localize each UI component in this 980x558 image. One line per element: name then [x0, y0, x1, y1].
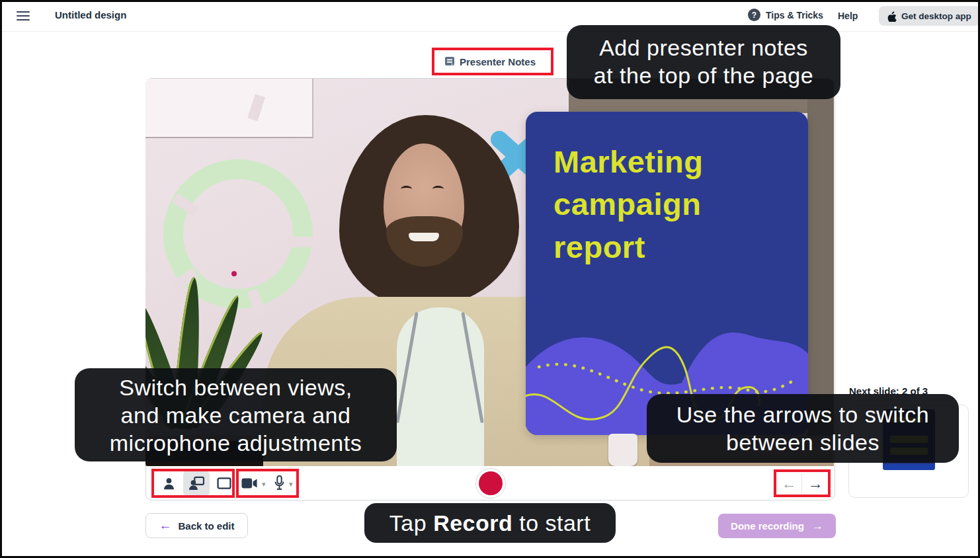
back-arrow-icon: ←: [159, 518, 171, 533]
presenter-smile: [409, 233, 439, 241]
tooltip-add-presenter-notes: Add presenter notes at the top of the pa…: [567, 25, 840, 99]
get-desktop-app-button[interactable]: Get desktop app: [879, 6, 980, 26]
tooltip-line: between slides: [647, 428, 959, 456]
tooltip-use-arrows: Use the arrows to switch between slides: [647, 394, 959, 463]
menu-icon[interactable]: [17, 11, 30, 20]
notes-icon: [444, 56, 455, 67]
record-dot: [479, 471, 503, 495]
tooltip-line: Add presenter notes: [567, 34, 840, 61]
document-title: Untitled design: [55, 9, 126, 20]
desktop-app-label: Get desktop app: [901, 11, 971, 21]
done-recording-label: Done recording: [731, 520, 804, 532]
whiteboard-decoration: [145, 79, 313, 138]
apple-icon: [887, 11, 897, 22]
done-arrow-icon: →: [812, 520, 823, 533]
back-to-edit-label: Back to edit: [178, 520, 234, 532]
presenter-shirt: [397, 307, 484, 466]
question-icon: ?: [748, 9, 760, 21]
slide-title: Marketing campaign report: [553, 141, 704, 268]
tooltip-line: and make camera and: [75, 401, 397, 429]
cup-decoration: [608, 434, 637, 466]
presenter-notes-button[interactable]: Presenter Notes: [444, 53, 536, 70]
slide-arrows-highlight: [774, 469, 831, 497]
tooltip-line: Use the arrows to switch: [647, 401, 959, 428]
tooltip-line: Switch between views,: [75, 374, 397, 401]
record-button[interactable]: [475, 468, 506, 498]
presenter-notes-label: Presenter Notes: [460, 56, 536, 67]
slide-overlay: Marketing campaign report: [526, 112, 808, 435]
wall-circle-decoration: [163, 159, 313, 309]
camera-mic-highlight: [236, 469, 299, 498]
tooltip-switch-views: Switch between views, and make camera an…: [75, 368, 397, 461]
tooltip-line: at the top of the page: [567, 61, 840, 89]
tooltip-line: microphone adjustments: [75, 429, 397, 457]
done-recording-button[interactable]: Done recording →: [718, 514, 836, 538]
view-switcher-highlight: [151, 469, 235, 498]
back-to-edit-button[interactable]: ← Back to edit: [145, 513, 248, 538]
tips-and-tricks-button[interactable]: ? Tips & Tricks: [748, 9, 823, 21]
wall-dot-decoration: [231, 271, 237, 276]
help-button[interactable]: Help: [838, 11, 858, 21]
tooltip-tap-record: Tap Record to start: [364, 503, 616, 543]
tips-label: Tips & Tricks: [766, 10, 823, 20]
canva-recording-studio: Untitled design ? Tips & Tricks Help Get…: [0, 0, 980, 558]
